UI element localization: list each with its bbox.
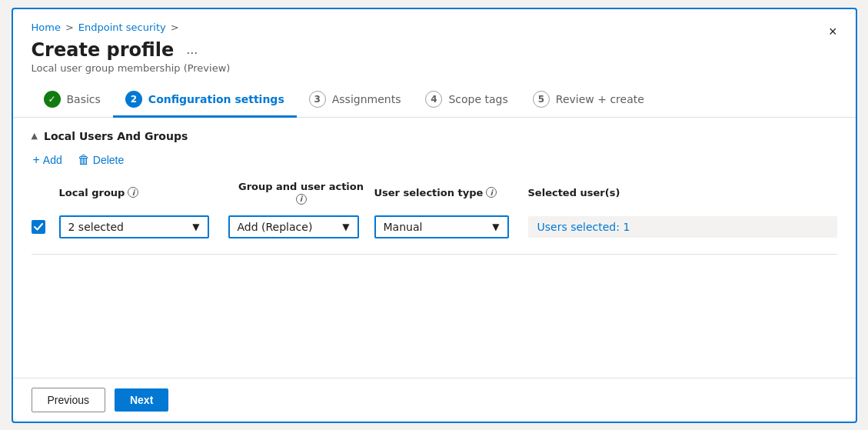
action-dropdown[interactable]: Add (Replace) ▼ — [228, 215, 359, 238]
add-label: Add — [43, 154, 62, 166]
col-selected-users-header: Selected user(s) — [528, 187, 837, 198]
tab-review-label: Review + create — [556, 93, 644, 105]
tab-review-badge: 5 — [533, 91, 550, 108]
selection-type-dropdown-arrow: ▼ — [492, 222, 499, 232]
selection-type-cell: Manual ▼ — [374, 215, 528, 238]
action-header-label: Group and user action — [238, 181, 364, 192]
table: Local group i Group and user action i Us… — [32, 181, 837, 242]
main-content: ▲ Local Users And Groups + Add 🗑 Delete … — [13, 118, 856, 378]
table-header-row: Local group i Group and user action i Us… — [32, 181, 837, 208]
tab-assignments-label: Assignments — [332, 93, 401, 105]
row-checkbox[interactable] — [32, 220, 45, 234]
selection-type-info-icon[interactable]: i — [486, 187, 497, 198]
delete-button[interactable]: 🗑 Delete — [76, 150, 125, 170]
tab-review[interactable]: 5 Review + create — [520, 83, 657, 117]
previous-button[interactable]: Previous — [32, 388, 105, 412]
selected-users-cell: Users selected: 1 — [528, 216, 837, 238]
modal-footer: Previous Next — [13, 378, 856, 422]
selection-type-dropdown[interactable]: Manual ▼ — [374, 215, 509, 238]
page-title: Create profile — [32, 39, 175, 61]
tab-basics[interactable]: ✓ Basics — [32, 83, 113, 117]
action-cell: Add (Replace) ▼ — [228, 215, 374, 238]
tab-assign-badge: 3 — [309, 91, 326, 108]
breadcrumb-home[interactable]: Home — [32, 22, 61, 33]
selected-users-link[interactable]: Users selected: 1 — [528, 216, 837, 238]
close-button[interactable]: × — [826, 22, 840, 42]
tabs-container: ✓ Basics 2 Configuration settings 3 Assi… — [13, 83, 856, 118]
breadcrumb-endpoint-security[interactable]: Endpoint security — [78, 22, 166, 33]
col-selection-type-header: User selection type i — [374, 187, 528, 198]
add-button[interactable]: + Add — [32, 150, 64, 170]
chevron-up-icon: ▲ — [32, 131, 38, 141]
page-subtitle: Local user group membership (Preview) — [32, 62, 837, 74]
section-title: Local Users And Groups — [44, 130, 188, 142]
toolbar: + Add 🗑 Delete — [32, 150, 837, 170]
selected-users-header-label: Selected user(s) — [528, 187, 620, 198]
action-value: Add (Replace) — [238, 221, 313, 233]
tab-config-label: Configuration settings — [148, 93, 284, 105]
col-action-header: Group and user action i — [228, 181, 374, 205]
next-button[interactable]: Next — [115, 388, 168, 412]
breadcrumb: Home > Endpoint security > — [32, 22, 837, 33]
row-checkbox-cell — [32, 220, 59, 234]
tab-basics-label: Basics — [67, 93, 101, 105]
tab-config-badge: 2 — [125, 91, 142, 108]
action-dropdown-arrow: ▼ — [342, 222, 349, 232]
tab-assignments[interactable]: 3 Assignments — [297, 83, 414, 117]
local-group-cell: 2 selected ▼ — [59, 215, 228, 238]
selected-users-value: Users selected: 1 — [537, 221, 630, 233]
section-header[interactable]: ▲ Local Users And Groups — [32, 118, 837, 150]
local-group-dropdown[interactable]: 2 selected ▼ — [59, 215, 209, 238]
local-group-header-label: Local group — [59, 187, 125, 198]
table-row: 2 selected ▼ Add (Replace) ▼ Manual ▼ — [32, 212, 837, 242]
tab-scope-label: Scope tags — [448, 93, 507, 105]
breadcrumb-sep1: > — [65, 22, 74, 33]
local-group-dropdown-arrow: ▼ — [192, 222, 199, 232]
action-info-icon[interactable]: i — [296, 194, 307, 205]
modal-header: Home > Endpoint security > Create profil… — [13, 9, 856, 83]
tab-basics-badge: ✓ — [44, 91, 61, 108]
tab-scope[interactable]: 4 Scope tags — [413, 83, 520, 117]
selection-type-value: Manual — [384, 221, 423, 233]
selection-type-header-label: User selection type — [374, 187, 484, 198]
col-local-group-header: Local group i — [59, 187, 228, 198]
tab-scope-badge: 4 — [425, 91, 442, 108]
content-divider — [32, 254, 837, 255]
tab-configuration[interactable]: 2 Configuration settings — [113, 83, 297, 117]
breadcrumb-sep2: > — [171, 22, 179, 33]
create-profile-modal: Home > Endpoint security > Create profil… — [12, 8, 857, 423]
trash-icon: 🗑 — [78, 153, 90, 167]
local-group-info-icon[interactable]: i — [128, 187, 138, 198]
more-options-button[interactable]: ... — [181, 40, 202, 59]
local-group-value: 2 selected — [68, 221, 124, 233]
delete-label: Delete — [93, 154, 124, 166]
plus-icon: + — [33, 153, 40, 167]
